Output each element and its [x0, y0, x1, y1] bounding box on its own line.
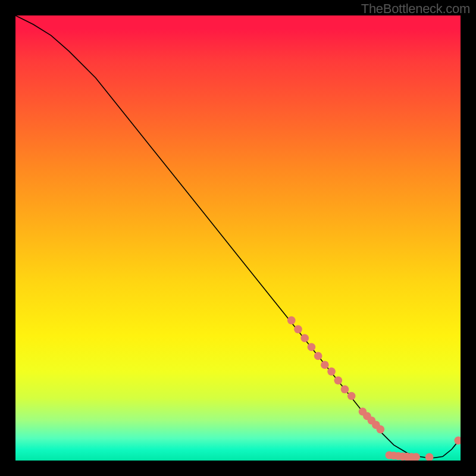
scatter-point: [327, 368, 336, 376]
scatter-point: [308, 343, 316, 351]
curve-line: [15, 15, 461, 458]
plot-area: [15, 15, 461, 461]
scatter-point: [294, 325, 302, 334]
scatter-point: [287, 317, 296, 325]
scatter-point: [454, 437, 461, 445]
scatter-point: [300, 334, 309, 343]
scatter-point: [347, 392, 356, 400]
scatter-point: [341, 386, 349, 394]
line-series: [15, 15, 461, 458]
scatter-series: [287, 317, 461, 461]
chart-svg: [15, 15, 461, 461]
scatter-point: [425, 453, 434, 461]
scatter-point: [334, 377, 343, 385]
scatter-point: [314, 352, 322, 360]
scatter-point: [321, 361, 329, 369]
watermark-text: TheBottleneck.com: [361, 1, 470, 17]
chart-container: TheBottleneck.com: [0, 0, 476, 476]
scatter-point: [377, 425, 385, 434]
